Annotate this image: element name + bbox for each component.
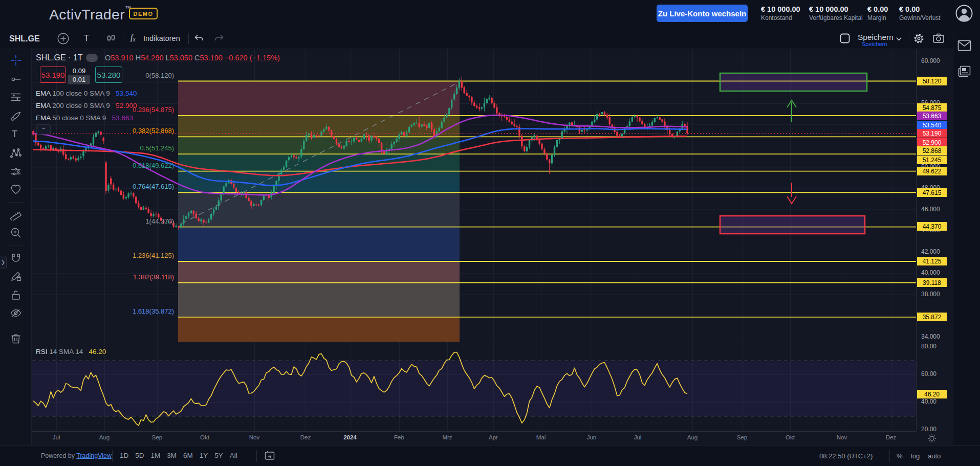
svg-text:0.382(52.868): 0.382(52.868) bbox=[133, 127, 174, 135]
svg-text:1(44.370): 1(44.370) bbox=[145, 217, 174, 225]
svg-text:0.764(47.615): 0.764(47.615) bbox=[133, 183, 174, 190]
svg-text:0(58.120): 0(58.120) bbox=[145, 72, 174, 79]
svg-text:1.236(41.125): 1.236(41.125) bbox=[133, 252, 174, 259]
svg-text:0.5(51.245): 0.5(51.245) bbox=[140, 144, 175, 152]
svg-text:0.236(54.875): 0.236(54.875) bbox=[133, 106, 174, 114]
svg-text:1.382(39.118): 1.382(39.118) bbox=[133, 273, 174, 281]
svg-text:1.618(35.872): 1.618(35.872) bbox=[133, 307, 174, 315]
svg-text:0.618(49.622): 0.618(49.622) bbox=[133, 162, 174, 169]
